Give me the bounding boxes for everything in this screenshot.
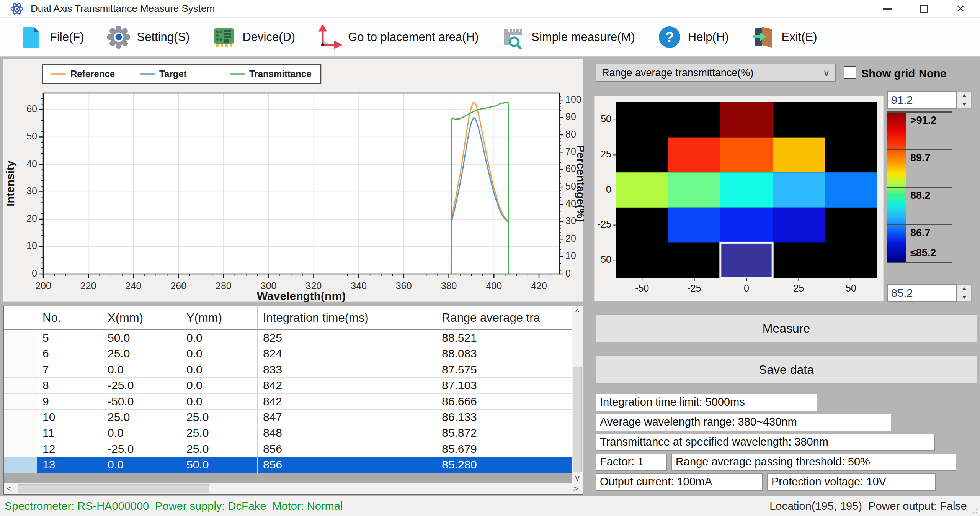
- spin-up-icon[interactable]: [957, 92, 971, 100]
- heatmap-cell[interactable]: [720, 138, 773, 173]
- status-location-power: Location(195, 195) Power output: False: [769, 500, 967, 513]
- table-cell: 0.0: [102, 457, 181, 473]
- svg-text:220: 220: [80, 280, 96, 291]
- ruler-magnifier-icon: [501, 25, 525, 49]
- scroll-up-icon[interactable]: ^: [572, 306, 583, 318]
- table-cell: 88.083: [436, 346, 572, 362]
- window-title: Dual Axis Transmittance Measure System: [31, 3, 215, 15]
- table-cell: 11: [37, 425, 102, 441]
- svg-text:0: 0: [32, 268, 37, 278]
- table-cell: 842: [258, 394, 436, 410]
- toolbar-item-device[interactable]: Device(D): [212, 25, 295, 49]
- table-cell: 0.0: [181, 394, 258, 410]
- svg-text:280: 280: [216, 280, 232, 291]
- toolbar-item-exit[interactable]: Exit(E): [751, 25, 817, 49]
- info-output-current: Output current: 100mA: [596, 473, 763, 491]
- maximize-icon[interactable]: [906, 0, 942, 18]
- gear-icon: [106, 25, 131, 49]
- toolbar-item-simple-measure-label: Simple measure(M): [531, 30, 635, 44]
- table-row[interactable]: 9-50.00.084286.666: [4, 394, 572, 410]
- heatmap-cell[interactable]: [668, 138, 720, 173]
- table-row[interactable]: 8-25.00.084287.103: [4, 378, 572, 393]
- resize-grip[interactable]: [972, 508, 978, 514]
- svg-text:-50: -50: [635, 283, 649, 293]
- table-cell: 12: [37, 441, 102, 457]
- spin-up-icon[interactable]: [957, 285, 971, 293]
- table-row[interactable]: 110.025.084885.872: [4, 425, 572, 441]
- measure-button[interactable]: Measure: [596, 314, 977, 342]
- table-header-integration-time-ms-: Integration time(ms): [258, 306, 436, 329]
- table-row[interactable]: 70.00.083387.575: [4, 362, 572, 378]
- spectrum-chart: 2002202402602803003203403603804004200102…: [3, 59, 584, 302]
- row-marker-cell: [4, 441, 37, 457]
- scroll-down-icon[interactable]: v: [572, 472, 583, 484]
- table-cell: 87.575: [436, 362, 572, 378]
- spin-down-icon[interactable]: [957, 293, 971, 301]
- toolbar-item-placement[interactable]: Go to placement area(H): [317, 25, 479, 49]
- scale-max-input[interactable]: [887, 91, 957, 109]
- show-grid-checkbox[interactable]: [844, 66, 856, 79]
- table-cell: 85.280: [436, 457, 572, 473]
- app-window: Dual Axis Transmittance Measure System ✕…: [0, 0, 980, 516]
- row-marker-cell: [4, 425, 37, 441]
- colorbar-label: 88.2: [910, 190, 931, 201]
- toolbar-item-file[interactable]: File(F): [19, 25, 84, 49]
- heatmap-cell[interactable]: [616, 172, 668, 208]
- heatmap-cell[interactable]: [668, 172, 720, 208]
- svg-text:30: 30: [565, 215, 576, 226]
- table-cell: 7: [37, 362, 102, 378]
- table-row[interactable]: 550.00.082588.521: [4, 330, 572, 346]
- toolbar-item-help-label: Help(H): [688, 30, 729, 44]
- scale-min-input[interactable]: [887, 284, 957, 302]
- svg-text:70: 70: [565, 146, 576, 157]
- table-cell: 10: [37, 410, 102, 425]
- scroll-right-icon[interactable]: >: [570, 483, 581, 494]
- heatmap-cell[interactable]: [773, 172, 825, 208]
- close-icon[interactable]: ✕: [942, 0, 978, 18]
- save-data-button[interactable]: Save data: [596, 355, 977, 384]
- table-filler: [4, 473, 572, 484]
- colorbar-threshold-line: [887, 111, 952, 113]
- heatmap-cell[interactable]: [825, 172, 877, 208]
- row-marker-cell: [4, 346, 37, 362]
- vscroll-thumb[interactable]: [573, 367, 582, 472]
- map-mode-dropdown[interactable]: Range average transmittance(%) ∨: [596, 64, 836, 82]
- svg-text:40: 40: [26, 158, 37, 169]
- scroll-left-icon[interactable]: <: [4, 483, 15, 494]
- toolbar-item-help[interactable]: ?Help(H): [657, 25, 729, 49]
- heatmap-cell[interactable]: [668, 208, 720, 243]
- table-cell: 88.521: [436, 330, 572, 346]
- heatmap-cell[interactable]: [720, 172, 773, 208]
- table-cell: 9: [37, 394, 102, 410]
- svg-text:25: 25: [601, 149, 611, 159]
- heatmap-cell[interactable]: [773, 138, 825, 173]
- toolbar-item-simple-measure[interactable]: Simple measure(M): [501, 25, 635, 49]
- svg-text:25: 25: [793, 283, 804, 293]
- heatmap-cell[interactable]: [720, 242, 773, 278]
- toolbar-item-setting[interactable]: Setting(S): [106, 25, 190, 49]
- title-bar: Dual Axis Transmittance Measure System ✕: [0, 0, 980, 18]
- svg-text:10: 10: [26, 240, 37, 251]
- horizontal-scrollbar[interactable]: < >: [4, 483, 583, 494]
- minimize-icon[interactable]: [870, 0, 906, 18]
- table-row[interactable]: 12-25.025.085685.679: [4, 441, 572, 457]
- svg-text:Target: Target: [159, 69, 187, 79]
- table-cell: 25.0: [102, 410, 181, 425]
- svg-text:0: 0: [744, 283, 749, 293]
- table-cell: 25.0: [102, 346, 181, 362]
- heatmap-cell[interactable]: [720, 208, 773, 243]
- table-row[interactable]: 130.050.085685.280: [4, 457, 572, 473]
- table-row[interactable]: 1025.025.084786.133: [4, 410, 572, 425]
- spin-down-icon[interactable]: [957, 100, 971, 108]
- table-cell: 847: [258, 410, 436, 425]
- heatmap-cell[interactable]: [720, 102, 773, 138]
- svg-text:400: 400: [486, 280, 502, 291]
- table-row[interactable]: 625.00.082488.083: [4, 346, 572, 362]
- hscroll-thumb[interactable]: [18, 484, 209, 493]
- svg-text:-25: -25: [688, 283, 701, 293]
- svg-text:40: 40: [565, 198, 576, 209]
- table-header-x-mm-: X(mm): [102, 306, 181, 329]
- heatmap-cell[interactable]: [773, 208, 825, 243]
- table-cell: -25.0: [102, 378, 181, 393]
- vertical-scrollbar[interactable]: ^ v: [572, 306, 583, 484]
